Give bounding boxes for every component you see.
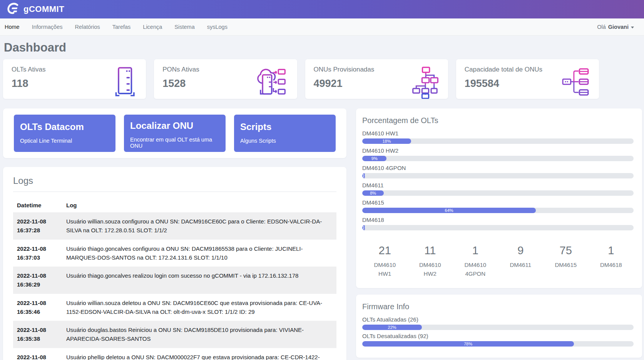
table-row: 2022-11-0816:36:29 Usuário thiago.goncal…	[13, 267, 336, 294]
nav-item-home[interactable]: Home	[5, 24, 26, 30]
network-branch-icon	[562, 67, 590, 99]
log-message: Usuário phellip deletou a ONU SN: DACM00…	[62, 348, 336, 360]
brand-link[interactable]: gCOMMIT	[5, 3, 64, 16]
table-row: 2022-11-0816:35:38 Usuário douglas.basto…	[13, 321, 336, 348]
progress-track: 78%	[362, 341, 634, 347]
shortcut-title: Localizar ONU	[130, 120, 219, 132]
column-header-log: Log	[62, 198, 336, 212]
firmware-info-panel: Firmware Info OLTs Atualizadas (26) 22% …	[356, 295, 642, 358]
progress-track: 9%	[362, 156, 634, 161]
table-row: 2022-11-0816:34:05 Usuário phellip delet…	[13, 348, 336, 360]
olt-percentage-bar: DM4610 HW2 9%	[362, 147, 634, 161]
log-message: Usuário thiago.goncalves realizou login …	[62, 267, 336, 294]
shortcuts-card: OLTs Datacom Optical Line Terminal Local…	[3, 108, 346, 158]
brand-name: gCOMMIT	[23, 4, 64, 14]
progress-track: 64%	[362, 208, 634, 213]
progress-fill: 22%	[362, 325, 422, 330]
bar-label: DM4618	[362, 217, 634, 223]
bar-label: OLTs Atualizadas (26)	[362, 316, 634, 323]
log-message: Usuário douglas.bastos Reiniciou a ONU S…	[62, 321, 336, 348]
log-datetime: 2022-11-0816:35:46	[13, 294, 62, 321]
stat-value: 49921	[314, 78, 375, 90]
log-datetime: 2022-11-0816:36:29	[13, 267, 62, 294]
bar-label: DM4610 HW1	[362, 130, 634, 137]
firmware-bar: OLTs Desatualizadas (92) 78%	[362, 333, 634, 347]
user-menu[interactable]: Olá Giovani	[597, 24, 639, 30]
greeting-text: Olá	[597, 24, 606, 30]
server-rack-icon	[110, 67, 137, 100]
main-content: OLTs Datacom Optical Line Terminal Local…	[3, 108, 644, 360]
table-row: 2022-11-0816:37:03 Usuário thiago.goncal…	[13, 240, 336, 267]
firmware-bar: OLTs Atualizadas (26) 22%	[362, 316, 634, 330]
bar-label: OLTs Desatualizadas (92)	[362, 333, 634, 339]
olt-counts-row: 21 DM4610 HW1 11 DM4610 HW2 1 DM4610 4GP…	[362, 244, 634, 280]
app-header: gCOMMIT	[0, 0, 644, 18]
stat-label: PONs Ativas	[162, 66, 199, 73]
olt-percentage-bar: DM4610 4GPON 1%	[362, 165, 634, 178]
cloud-server-icon	[256, 67, 289, 100]
localizar-onu-button[interactable]: Localizar ONU Encontrar em qual OLT está…	[124, 115, 226, 152]
stat-label: ONUs Provisionadas	[314, 66, 375, 73]
shortcut-subtitle: Optical Line Terminal	[20, 138, 109, 144]
right-column: Porcentagem de OLTs DM4610 HW1 18% DM461…	[356, 108, 642, 358]
column-header-datetime: Datetime	[13, 198, 62, 212]
olt-count: 1 DM4610 4GPON	[453, 244, 498, 278]
scripts-button[interactable]: Scripts Alguns Scripts	[234, 115, 336, 152]
table-row: 2022-11-0816:35:46 Usuário willian.souza…	[13, 294, 336, 321]
progress-fill: 1%	[362, 173, 365, 178]
log-message: Usuário willian.souza configurou a ONU S…	[62, 212, 336, 240]
bar-label: DM4610 HW2	[362, 147, 634, 154]
progress-fill: 9%	[362, 156, 386, 161]
stat-value: 1528	[162, 78, 199, 90]
progress-track: 8%	[362, 190, 634, 196]
logs-card: Logs Datetime Log 2022-11-0816:37:28 Usu…	[3, 167, 346, 360]
olt-percentage-bar: DM4611 8%	[362, 182, 634, 196]
stat-card-onus-provisionadas: ONUs Provisionadas 49921	[305, 59, 448, 99]
log-datetime: 2022-11-0816:35:38	[13, 321, 62, 348]
progress-track: 1%	[362, 173, 634, 178]
logs-header-row: Datetime Log	[13, 198, 336, 212]
progress-fill: 64%	[362, 208, 536, 213]
stat-value: 195584	[465, 78, 542, 90]
olt-percentage-bar: DM4618 1%	[362, 217, 634, 230]
stat-value: 118	[12, 78, 46, 90]
logs-table: Datetime Log 2022-11-0816:37:28 Usuário …	[13, 198, 336, 360]
bar-label: DM4611	[362, 182, 634, 188]
panel-title: Porcentagem de OLTs	[362, 116, 634, 125]
nav-item-syslogs[interactable]: sysLogs	[201, 24, 234, 30]
stat-label: Capacidade total de ONUs	[465, 66, 542, 73]
log-message: Usuário willian.souza deletou a ONU SN: …	[62, 294, 336, 321]
progress-fill: 78%	[362, 341, 574, 347]
olt-percentage-bar: DM4610 HW1 18%	[362, 130, 634, 144]
progress-fill: 8%	[362, 190, 384, 196]
log-datetime: 2022-11-0816:37:28	[13, 212, 62, 240]
log-datetime: 2022-11-0816:37:03	[13, 240, 62, 267]
stat-card-capacidade-onus: Capacidade total de ONUs 195584	[456, 59, 599, 99]
nav-item-sistema[interactable]: Sistema	[168, 24, 201, 30]
progress-fill: 18%	[362, 138, 411, 144]
table-row: 2022-11-0816:37:28 Usuário willian.souza…	[13, 212, 336, 240]
log-message: Usuário thiago.goncalves configurou a ON…	[62, 240, 336, 267]
left-column: OLTs Datacom Optical Line Terminal Local…	[3, 108, 346, 360]
nav-item-licenca[interactable]: Licença	[137, 24, 168, 30]
stat-label: OLTs Ativas	[12, 66, 46, 73]
user-name: Giovani	[608, 24, 629, 30]
nav-item-tarefas[interactable]: Tarefas	[106, 24, 137, 30]
progress-track: 18%	[362, 138, 634, 144]
panel-title: Firmware Info	[362, 302, 634, 311]
shortcut-title: OLTs Datacom	[20, 122, 109, 133]
stats-row: OLTs Ativas 118 PONs Ativas	[3, 59, 599, 99]
nav-item-relatorios[interactable]: Relatórios	[69, 24, 106, 30]
main-navbar: Home Informações Relatórios Tarefas Lice…	[0, 18, 644, 36]
network-tree-icon	[411, 67, 440, 100]
stat-card-olts-ativas: OLTs Ativas 118	[3, 59, 146, 99]
olt-count: 11 DM4610 HW2	[408, 244, 453, 278]
olt-count: 75 DM4615	[543, 244, 589, 278]
log-datetime: 2022-11-0816:34:05	[13, 348, 62, 360]
olt-percentage-bar: DM4615 64%	[362, 199, 634, 213]
olt-percentages-panel: Porcentagem de OLTs DM4610 HW1 18% DM461…	[356, 108, 642, 288]
nav-item-informacoes[interactable]: Informações	[26, 24, 69, 30]
olts-datacom-button[interactable]: OLTs Datacom Optical Line Terminal	[14, 115, 115, 152]
olt-count: 9 DM4611	[498, 244, 544, 278]
progress-fill: 1%	[362, 225, 365, 230]
